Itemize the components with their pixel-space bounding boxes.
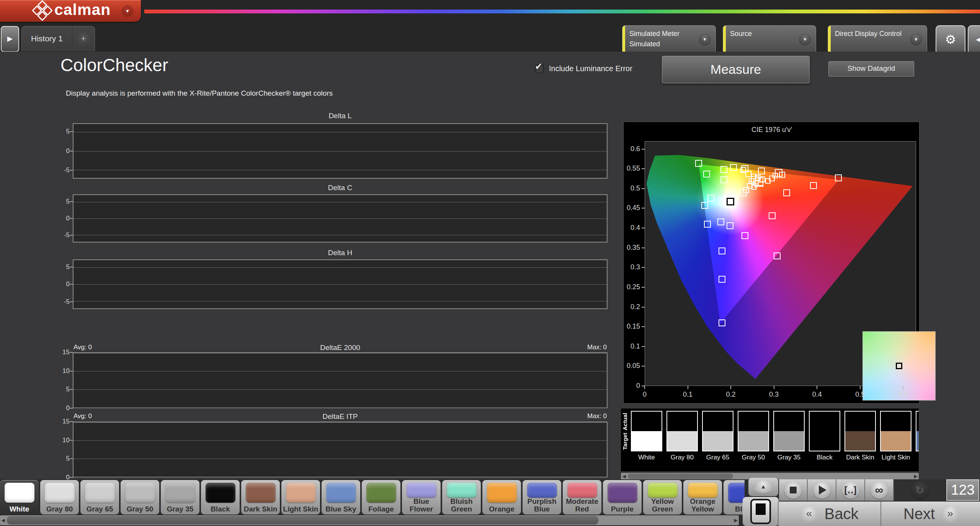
play-button[interactable] — [808, 479, 836, 501]
target-swatch — [774, 431, 804, 451]
swatch-cell — [738, 411, 769, 451]
patch-button-blue-sky[interactable]: Blue Sky — [322, 480, 360, 515]
sync-button[interactable]: ↻ — [894, 479, 946, 501]
patch-button-purplish-blue[interactable]: Purplish Blue — [523, 480, 561, 515]
tab-history-1[interactable]: History 1 — [22, 26, 72, 51]
patch-button-moderate-red[interactable]: Moderate Red — [563, 480, 601, 515]
target-swatch — [632, 431, 662, 451]
patch-button-gray-50[interactable]: Gray 50 — [121, 480, 159, 515]
logo-chevron-down-icon[interactable]: ▼ — [122, 5, 133, 17]
pattern-window-button[interactable] — [743, 497, 779, 526]
measure-button[interactable]: Measure — [662, 56, 810, 83]
pattern-list-up-button[interactable]: ▲ — [748, 478, 778, 496]
back-button[interactable]: « Back — [778, 502, 880, 526]
target-marker — [719, 248, 725, 254]
gridline — [74, 151, 607, 151]
patch-scrollbar-thumb[interactable] — [7, 516, 598, 524]
swatch-label: Dark Skin — [842, 454, 879, 461]
patch-button-foliage[interactable]: Foliage — [362, 480, 400, 515]
x-tick-label: 0.4 — [805, 391, 828, 399]
step-pattern-button[interactable]: [‥] — [836, 479, 865, 501]
gridline — [74, 170, 607, 170]
avg-value-label: Avg: 0 — [74, 412, 92, 420]
patch-label: Blue Flower — [403, 498, 440, 513]
patch-button-bluish-green[interactable]: Bluish Green — [442, 480, 481, 515]
patch-button-yellow-green[interactable]: Yellow Green — [643, 480, 682, 515]
max-value-label: Max: 0 — [557, 344, 607, 351]
patch-label: Bluish Green — [443, 498, 480, 513]
swatch-cell — [916, 411, 919, 451]
patch-button-gray-80[interactable]: Gray 80 — [40, 480, 79, 515]
patch-button-dark-skin[interactable]: Dark Skin — [241, 480, 280, 515]
y-tick-label: -5 — [47, 231, 70, 239]
patch-label: Purple — [604, 505, 641, 513]
show-datagrid-button[interactable]: Show Datagrid — [828, 61, 914, 77]
x-tick-label: 0.1 — [676, 391, 699, 399]
main-content: ColorChecker Display analysis is perform… — [0, 52, 980, 479]
target-marker — [749, 181, 752, 184]
meter-dropdown[interactable]: Simulated Meter Simulated ▼ — [622, 25, 716, 54]
target-swatch — [738, 431, 768, 451]
y-tick-label: 0.1 — [623, 342, 640, 350]
bottom-strip: WhiteGray 80Gray 65Gray 50Gray 35BlackDa… — [0, 479, 980, 526]
y-tick-mark — [642, 287, 645, 288]
stop-button[interactable] — [779, 479, 808, 501]
y-tick-label: 5 — [47, 198, 70, 205]
patch-button-orange[interactable]: Orange — [482, 480, 521, 515]
display-control-dropdown[interactable]: Direct Display Control ▼ — [828, 25, 927, 54]
patch-button-white[interactable]: White — [0, 480, 39, 515]
loop-button[interactable]: ∞ — [865, 479, 894, 501]
target-marker — [719, 319, 725, 326]
delta-chart-plot — [73, 194, 608, 243]
y-tick-mark — [642, 267, 645, 268]
target-swatch — [703, 431, 733, 451]
y-tick-label: 5 — [47, 263, 70, 271]
target-marker — [774, 252, 781, 259]
y-tick-label: -5 — [47, 166, 70, 174]
patch-button-orange-yellow[interactable]: Orange Yellow — [683, 480, 722, 515]
swatch-label: Gray 35 — [771, 454, 807, 461]
gridline — [74, 284, 607, 285]
add-tab-button[interactable]: + — [72, 26, 95, 51]
patch-scrollbar[interactable]: ◀ ▶ — [0, 515, 739, 525]
patch-button-blue-flower[interactable]: Blue Flower — [402, 480, 441, 515]
x-tick-mark — [774, 386, 774, 389]
patch-button-black[interactable]: Black — [201, 480, 240, 515]
patch-button-gray-65[interactable]: Gray 65 — [80, 480, 119, 515]
y-tick-mark — [642, 228, 645, 228]
target-marker — [835, 174, 842, 181]
settings-gear-button[interactable]: ⚙ — [936, 25, 965, 55]
delta-chart-title: Delta H — [73, 249, 608, 257]
patch-button-purple[interactable]: Purple — [603, 480, 642, 515]
swatch-label: Blue Sky — [913, 454, 919, 461]
patch-label: Gray 50 — [121, 505, 159, 513]
actual-row-label: Actual — [622, 412, 629, 432]
patch-button-light-skin[interactable]: Light Skin — [281, 480, 320, 515]
meter-chevron-down-icon: ▼ — [699, 33, 711, 46]
tab-scroll-left-button[interactable]: ▶ — [1, 26, 19, 52]
y-tick-label: 0.4 — [623, 224, 640, 232]
patch-scroll-right-icon[interactable]: ▶ — [733, 515, 739, 525]
patch-color-chip — [206, 483, 235, 503]
y-tick-label: 5 — [47, 455, 70, 462]
next-button[interactable]: Next » — [880, 502, 980, 526]
swatch-scroll-left-icon[interactable]: ◀ — [621, 473, 627, 480]
collapse-panel-button[interactable]: ◀ — [968, 25, 980, 55]
source-dropdown[interactable]: Source ▼ — [723, 25, 816, 54]
swatch-cell — [631, 411, 662, 451]
calman-menu-button[interactable]: calman ▼ — [0, 0, 141, 22]
y-tick-mark — [642, 307, 645, 308]
cie-1976-chart-panel: CIE 1976 u'v' 00.10.20.30.40.50.600.050.… — [623, 122, 920, 404]
x-tick-mark — [688, 386, 688, 389]
patch-color-chip — [688, 483, 718, 498]
swatch-scrollbar-thumb[interactable] — [628, 474, 733, 479]
patch-button-gray-35[interactable]: Gray 35 — [161, 480, 199, 515]
swatch-scroll-right-icon[interactable]: ▶ — [913, 473, 919, 480]
patch-button-blue[interactable]: Blue — [724, 480, 745, 515]
patch-color-chip — [527, 483, 557, 498]
y-tick-label: 0.3 — [623, 263, 640, 271]
x-tick-label: 0.5 — [849, 391, 872, 399]
patch-scroll-left-icon[interactable]: ◀ — [0, 515, 6, 525]
patch-color-chip — [608, 483, 637, 503]
y-tick-mark — [642, 248, 645, 248]
